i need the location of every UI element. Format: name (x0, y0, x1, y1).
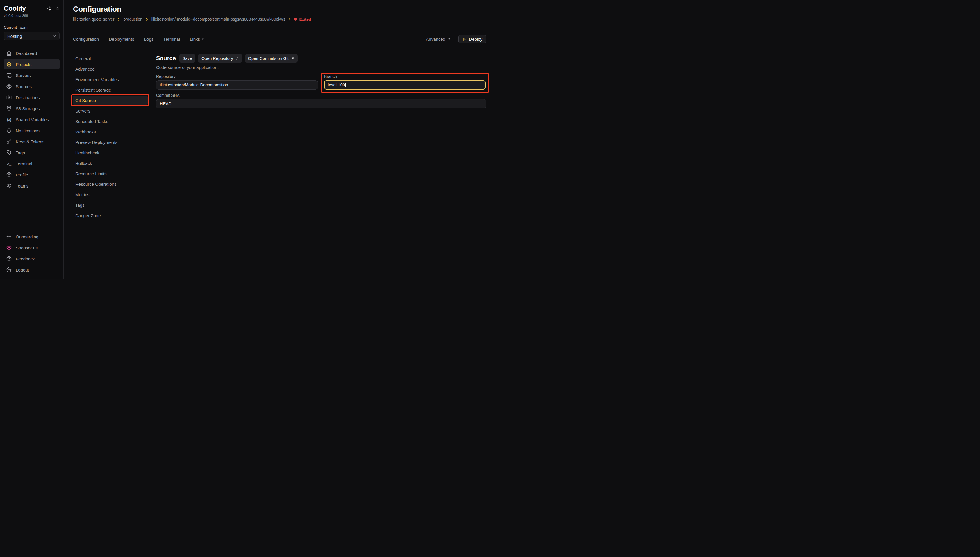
source-section: Source Save Open Repository Open Commits… (156, 54, 486, 278)
sidebar-item-teams[interactable]: Teams (4, 181, 60, 191)
sidebar-item-feedback[interactable]: Feedback (4, 254, 60, 264)
sidebar-item-label: Feedback (16, 256, 35, 261)
status-dot-icon (294, 18, 297, 21)
chevron-down-icon (52, 34, 57, 38)
tags-icon (6, 150, 12, 156)
sidebar-item-destinations[interactable]: Destinations (4, 92, 60, 103)
sidebar-item-onboarding[interactable]: Onboarding (4, 231, 60, 242)
sidebar-item-notifications[interactable]: Notifications (4, 125, 60, 136)
tab-deployments[interactable]: Deployments (109, 37, 134, 42)
subnav-item-environment-variables[interactable]: Environment Variables (73, 75, 148, 84)
settings-subnav: General Advanced Environment Variables P… (73, 54, 148, 278)
open-commits-button[interactable]: Open Commits on Git (245, 54, 297, 62)
subnav-item-servers[interactable]: Servers (73, 106, 148, 115)
subnav-item-metrics[interactable]: Metrics (73, 190, 148, 199)
subnav-item-general[interactable]: General (73, 54, 148, 63)
save-button[interactable]: Save (179, 54, 195, 62)
page-title: Configuration (73, 5, 486, 13)
theme-toggle-sun-icon[interactable] (47, 6, 53, 11)
sidebar-item-label: Dashboard (16, 51, 37, 56)
sidebar-item-s3-storages[interactable]: S3 Storages (4, 103, 60, 114)
play-icon (462, 37, 466, 41)
breadcrumb-application[interactable]: illicitestonion/-module--decomposition:m… (151, 17, 285, 21)
sidebar-item-servers[interactable]: Servers (4, 70, 60, 80)
main-area: Configuration illicitonion quote server … (63, 0, 490, 278)
deploy-button[interactable]: Deploy (458, 35, 486, 43)
subnav-item-git-source[interactable]: Git Source (73, 96, 148, 105)
sidebar-item-label: Shared Variables (16, 117, 49, 122)
tab-terminal[interactable]: Terminal (163, 37, 180, 42)
breadcrumb-project[interactable]: illicitonion quote server (73, 17, 114, 21)
tabbar: Configuration Deployments Logs Terminal … (73, 33, 486, 46)
sidebar-item-profile[interactable]: Profile (4, 169, 60, 180)
sidebar-item-sponsor[interactable]: Sponsor us (4, 243, 60, 253)
home-icon (6, 50, 12, 56)
chevrons-up-down-icon (447, 37, 451, 41)
braces-x-icon: (x) (6, 117, 12, 122)
server-icon (6, 72, 12, 78)
team-select[interactable]: Hosting (4, 32, 60, 41)
subnav-item-advanced[interactable]: Advanced (73, 65, 148, 73)
repository-input[interactable]: illicitestonion/Module-Decomposition (156, 80, 318, 90)
section-title: Source (156, 55, 176, 62)
sidebar-item-label: Notifications (16, 128, 39, 133)
tab-links[interactable]: Links (190, 37, 205, 42)
sidebar-item-terminal[interactable]: >_ Terminal (4, 158, 60, 169)
subnav-item-persistent-storage[interactable]: Persistent Storage (73, 85, 148, 94)
open-repository-button[interactable]: Open Repository (198, 54, 242, 62)
commit-sha-input[interactable]: HEAD (156, 99, 486, 108)
text-cursor (345, 83, 346, 87)
current-team-label: Current Team (4, 25, 60, 30)
subnav-item-webhooks[interactable]: Webhooks (73, 127, 148, 136)
subnav-item-healthcheck[interactable]: Healthcheck (73, 148, 148, 157)
sidebar-item-keys-tokens[interactable]: Keys & Tokens (4, 136, 60, 147)
sidebar-item-logout[interactable]: Logout (4, 265, 60, 275)
map-icon (6, 94, 12, 100)
checklist-icon (6, 234, 12, 239)
sidebar-item-sources[interactable]: Sources (4, 81, 60, 91)
subnav-item-danger-zone[interactable]: Danger Zone (73, 211, 148, 220)
git-source-icon (6, 83, 12, 89)
help-circle-icon (6, 256, 12, 262)
annotation-box-branch: Branch level-100 (322, 73, 489, 93)
sidebar-item-label: Sponsor us (16, 245, 38, 250)
branch-input[interactable]: level-100 (324, 80, 486, 90)
annotation-box-git-source: Git Source (72, 94, 149, 106)
subnav-item-tags[interactable]: Tags (73, 200, 148, 209)
repository-label: Repository (156, 74, 318, 79)
sidebar-item-label: Sources (16, 84, 32, 89)
sidebar-item-tags[interactable]: Tags (4, 147, 60, 158)
branch-label: Branch (324, 74, 486, 79)
users-icon (6, 183, 12, 189)
subnav-item-resource-operations[interactable]: Resource Operations (73, 180, 148, 188)
sidebar-item-label: Profile (16, 173, 28, 178)
sidebar-item-shared-variables[interactable]: (x) Shared Variables (4, 114, 60, 125)
sidebar-item-label: Projects (16, 62, 31, 67)
sidebar-item-label: Terminal (16, 161, 32, 166)
sidebar: Coolify v4.0.0-beta.399 Current Team Hos… (0, 0, 63, 278)
app-version: v4.0.0-beta.399 (4, 14, 60, 18)
advanced-dropdown[interactable]: Advanced (426, 37, 451, 42)
app-logo: Coolify (4, 5, 26, 13)
tab-logs[interactable]: Logs (144, 37, 154, 42)
breadcrumb: illicitonion quote server production ill… (73, 17, 486, 21)
external-link-icon (236, 57, 239, 60)
sidebar-item-projects[interactable]: Projects (4, 59, 60, 70)
sidebar-footer: Onboarding Sponsor us Feedback Logout (4, 231, 60, 275)
breadcrumb-environment[interactable]: production (123, 17, 142, 21)
tab-configuration[interactable]: Configuration (73, 37, 99, 42)
theme-selector-chevrons-icon[interactable] (55, 7, 60, 11)
app-window: Coolify v4.0.0-beta.399 Current Team Hos… (0, 0, 490, 278)
team-select-value: Hosting (7, 34, 22, 39)
subnav-item-scheduled-tasks[interactable]: Scheduled Tasks (73, 117, 148, 125)
commit-sha-label: Commit SHA (156, 93, 486, 98)
user-circle-icon (6, 172, 12, 178)
chevron-right-icon (117, 18, 120, 21)
subnav-item-preview-deployments[interactable]: Preview Deployments (73, 138, 148, 147)
layers-icon (6, 61, 12, 67)
bell-icon (6, 128, 12, 134)
subnav-item-resource-limits[interactable]: Resource Limits (73, 169, 148, 178)
heart-icon (6, 245, 12, 251)
subnav-item-rollback[interactable]: Rollback (73, 159, 148, 168)
sidebar-item-dashboard[interactable]: Dashboard (4, 48, 60, 59)
